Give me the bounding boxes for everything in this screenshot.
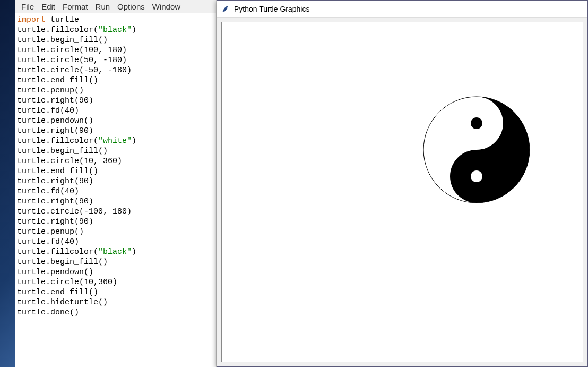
code-line[interactable]: turtle.pendown() [17,116,214,126]
turtle-canvas [221,22,583,362]
code-line[interactable]: turtle.penup() [17,86,214,96]
yinyang-drawing [397,70,556,229]
code-line[interactable]: turtle.fd(40) [17,186,214,197]
code-line[interactable]: turtle.pendown() [17,267,214,277]
title-bar[interactable]: Python Turtle Graphics [217,1,587,18]
menu-run[interactable]: Run [92,2,114,11]
code-line[interactable]: turtle.fd(40) [17,237,214,247]
code-line[interactable]: turtle.begin_fill() [17,35,214,45]
code-line[interactable]: turtle.circle(100, 180) [17,45,214,55]
feather-icon [221,5,230,13]
code-line[interactable]: turtle.fd(40) [17,106,214,116]
code-line[interactable]: turtle.begin_fill() [17,146,214,156]
menu-window[interactable]: Window [149,2,184,11]
code-line[interactable]: turtle.end_fill() [17,166,214,176]
code-line[interactable]: turtle.circle(10, 360) [17,156,214,166]
code-line[interactable]: turtle.right(90) [17,197,214,207]
code-line[interactable]: turtle.circle(-100, 180) [17,207,214,217]
code-line[interactable]: turtle.fillcolor("black") [17,247,214,257]
code-line[interactable]: turtle.right(90) [17,96,214,106]
menu-file[interactable]: File [18,2,37,11]
code-line[interactable]: turtle.penup() [17,227,214,237]
window-title: Python Turtle Graphics [234,5,309,13]
code-line[interactable]: turtle.right(90) [17,126,214,136]
idle-editor-window: File Edit Format Run Options Window impo… [15,0,217,367]
menu-format[interactable]: Format [59,2,91,11]
code-line[interactable]: turtle.end_fill() [17,75,214,86]
code-line[interactable]: turtle.circle(-50, -180) [17,65,214,75]
code-line[interactable]: turtle.hideturtle() [17,297,214,308]
code-editor[interactable]: import turtleturtle.fillcolor("black")tu… [15,13,216,320]
code-line[interactable]: turtle.right(90) [17,176,214,186]
code-line[interactable]: turtle.fillcolor("black") [17,25,214,35]
menu-options[interactable]: Options [114,2,148,11]
code-line[interactable]: turtle.fillcolor("white") [17,136,214,146]
code-line[interactable]: turtle.end_fill() [17,287,214,297]
code-line[interactable]: turtle.begin_fill() [17,257,214,267]
svg-point-2 [471,117,482,129]
code-line[interactable]: import turtle [17,15,214,25]
menu-bar: File Edit Format Run Options Window [15,0,216,13]
code-line[interactable]: turtle.right(90) [17,217,214,227]
code-line[interactable]: turtle.circle(10,360) [17,277,214,287]
menu-edit[interactable]: Edit [38,2,58,11]
svg-point-3 [471,170,482,182]
turtle-graphics-window: Python Turtle Graphics [217,0,588,367]
code-line[interactable]: turtle.done() [17,308,214,318]
code-line[interactable]: turtle.circle(50, -180) [17,55,214,65]
